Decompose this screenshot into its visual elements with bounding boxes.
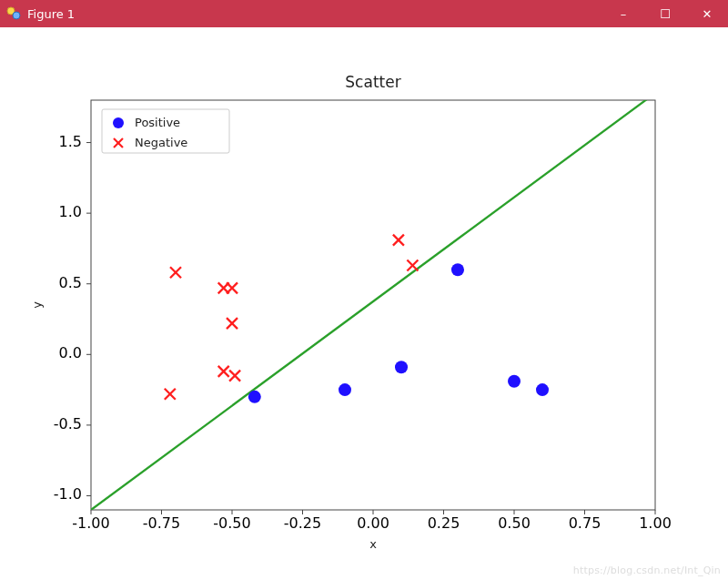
svg-point-41 [451,263,464,276]
app-icon [5,5,22,22]
svg-point-43 [536,383,549,396]
svg-point-1 [13,12,20,19]
scatter-chart: -1.00-0.75-0.50-0.250.000.250.500.751.00… [0,27,728,580]
svg-text:0.00: 0.00 [357,514,389,532]
svg-point-63 [113,117,124,128]
maximize-button[interactable]: ☐ [644,0,686,27]
svg-text:y: y [30,301,44,309]
svg-point-40 [395,361,408,373]
svg-text:0.75: 0.75 [569,514,602,532]
minimize-button[interactable]: – [602,0,644,27]
svg-text:1.00: 1.00 [639,514,672,532]
plot-area: -1.00-0.75-0.50-0.250.000.250.500.751.00… [0,27,728,580]
svg-text:Negative: Negative [135,136,187,149]
svg-point-39 [339,383,351,396]
svg-text:Scatter: Scatter [345,73,400,91]
svg-text:-0.25: -0.25 [284,514,321,532]
svg-text:x: x [369,537,377,551]
svg-text:-0.5: -0.5 [54,415,82,432]
svg-text:0.25: 0.25 [428,514,460,532]
svg-text:0.0: 0.0 [59,344,82,361]
svg-point-42 [508,375,521,388]
svg-text:-0.75: -0.75 [143,514,180,532]
app-window: Figure 1 – ☐ ✕ -1.00-0.75-0.50-0.250.000… [0,0,728,580]
window-title: Figure 1 [27,7,75,21]
svg-text:0.5: 0.5 [59,274,82,291]
svg-text:1.5: 1.5 [59,133,82,150]
svg-point-38 [248,391,261,403]
svg-text:-1.00: -1.00 [72,514,109,532]
svg-text:Positive: Positive [135,116,180,129]
svg-text:-0.50: -0.50 [213,514,250,532]
svg-text:1.0: 1.0 [59,203,82,220]
svg-text:-1.0: -1.0 [54,485,82,503]
svg-text:0.50: 0.50 [498,514,531,532]
title-bar[interactable]: Figure 1 – ☐ ✕ [0,0,728,27]
close-button[interactable]: ✕ [686,0,728,27]
